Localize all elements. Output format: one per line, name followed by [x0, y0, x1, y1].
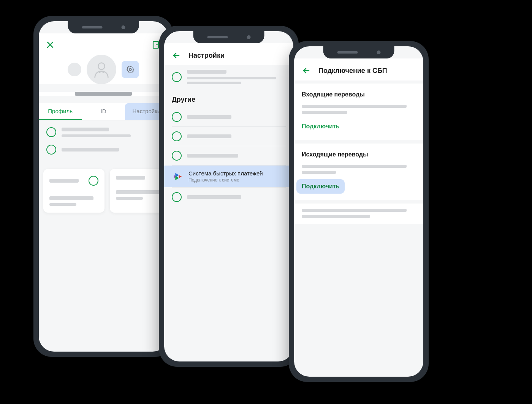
- card-item[interactable]: [43, 169, 104, 213]
- list-item[interactable]: [164, 146, 293, 165]
- list-item[interactable]: [46, 127, 160, 137]
- username-placeholder: [75, 92, 132, 96]
- sbp-item[interactable]: Система быстрых платежей Подключение к с…: [164, 166, 293, 187]
- connect-outgoing-button[interactable]: Подключить: [296, 179, 345, 194]
- close-icon[interactable]: [46, 40, 55, 49]
- list-item[interactable]: [46, 145, 160, 155]
- radio-icon: [172, 192, 182, 202]
- list-item[interactable]: [164, 127, 293, 146]
- sbp-title: Система быстрых платежей: [188, 170, 286, 177]
- svg-point-2: [129, 68, 131, 71]
- radio-icon: [46, 127, 56, 137]
- avatar: [87, 55, 116, 84]
- radio-icon: [172, 112, 182, 122]
- avatar-small: [68, 63, 81, 76]
- incoming-title: Входящие переводы: [302, 91, 416, 98]
- list-item[interactable]: [164, 188, 293, 207]
- radio-icon: [172, 131, 182, 141]
- phone-sbp-connect: Подключение к СБП Входящие переводы Подк…: [289, 41, 429, 382]
- phone-settings: Настройки Другие Система быстрых платеже…: [159, 26, 299, 367]
- connect-incoming-button[interactable]: Подключить: [296, 119, 345, 134]
- radio-icon: [172, 72, 182, 82]
- radio-icon: [46, 145, 56, 155]
- radio-icon: [172, 151, 182, 161]
- tab-id[interactable]: ID: [82, 103, 125, 120]
- page-title: Подключение к СБП: [318, 67, 387, 75]
- page-title: Настройки: [188, 52, 225, 60]
- phone-profile: Профиль ID Настройки: [33, 16, 173, 357]
- back-icon[interactable]: [172, 51, 181, 60]
- settings-gear-button[interactable]: [122, 61, 139, 78]
- list-item[interactable]: [164, 65, 293, 89]
- sbp-icon: [172, 171, 183, 182]
- outgoing-title: Исходящие переводы: [302, 151, 416, 158]
- tab-profile[interactable]: Профиль: [39, 103, 82, 120]
- sbp-subtitle: Подключение к системе: [188, 177, 286, 183]
- svg-point-1: [98, 63, 104, 69]
- list-item[interactable]: [164, 107, 293, 126]
- radio-icon: [89, 176, 98, 186]
- section-other: Другие: [164, 89, 293, 107]
- back-icon[interactable]: [302, 66, 311, 75]
